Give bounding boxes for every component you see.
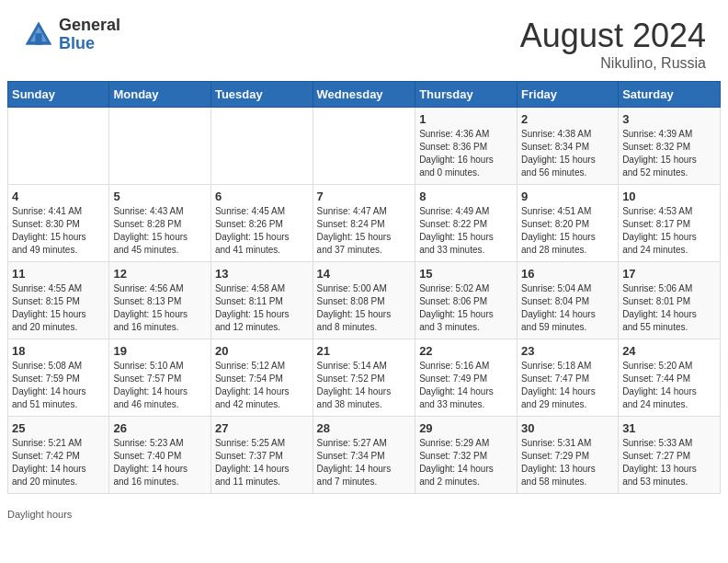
day-info: Sunrise: 4:36 AM Sunset: 8:36 PM Dayligh… <box>419 128 513 179</box>
day-number: 26 <box>113 421 207 435</box>
day-number: 10 <box>622 190 716 203</box>
month-title: August 2024 <box>520 17 706 55</box>
day-number: 5 <box>113 190 207 203</box>
day-number: 15 <box>419 267 513 281</box>
calendar-cell: 27Sunrise: 5:25 AM Sunset: 7:37 PM Dayli… <box>210 417 313 494</box>
calendar-cell: 14Sunrise: 5:00 AM Sunset: 8:08 PM Dayli… <box>313 262 415 339</box>
calendar-cell: 11Sunrise: 4:55 AM Sunset: 8:15 PM Dayli… <box>8 262 109 339</box>
logo-icon <box>22 18 55 52</box>
day-info: Sunrise: 4:47 AM Sunset: 8:24 PM Dayligh… <box>317 205 412 257</box>
day-info: Sunrise: 5:21 AM Sunset: 7:42 PM Dayligh… <box>12 437 105 488</box>
calendar-cell: 29Sunrise: 5:29 AM Sunset: 7:32 PM Dayli… <box>415 417 518 494</box>
day-info: Sunrise: 5:25 AM Sunset: 7:37 PM Dayligh… <box>215 437 309 488</box>
day-number: 29 <box>419 421 513 435</box>
calendar-cell: 24Sunrise: 5:20 AM Sunset: 7:44 PM Dayli… <box>619 339 721 417</box>
calendar-cell: 12Sunrise: 4:56 AM Sunset: 8:13 PM Dayli… <box>109 262 211 339</box>
calendar-cell: 6Sunrise: 4:45 AM Sunset: 8:26 PM Daylig… <box>210 185 313 262</box>
logo-blue: Blue <box>59 35 120 53</box>
calendar-cell: 1Sunrise: 4:36 AM Sunset: 8:36 PM Daylig… <box>415 108 518 185</box>
day-number: 22 <box>419 344 513 358</box>
calendar-cell: 26Sunrise: 5:23 AM Sunset: 7:40 PM Dayli… <box>109 417 211 494</box>
day-info: Sunrise: 5:33 AM Sunset: 7:27 PM Dayligh… <box>622 437 716 488</box>
day-number: 27 <box>215 421 309 435</box>
day-number: 3 <box>622 112 716 126</box>
day-info: Sunrise: 4:56 AM Sunset: 8:13 PM Dayligh… <box>113 282 207 334</box>
day-number: 14 <box>317 267 412 281</box>
day-header-monday: Monday <box>109 82 211 108</box>
svg-rect-2 <box>35 33 41 45</box>
day-number: 17 <box>622 267 716 281</box>
calendar-cell <box>8 108 109 185</box>
day-info: Sunrise: 5:29 AM Sunset: 7:32 PM Dayligh… <box>419 437 513 488</box>
day-number: 21 <box>317 344 412 358</box>
day-number: 19 <box>113 344 207 358</box>
day-info: Sunrise: 5:12 AM Sunset: 7:54 PM Dayligh… <box>215 360 309 411</box>
day-number: 6 <box>215 190 309 203</box>
day-number: 18 <box>12 344 105 358</box>
day-info: Sunrise: 5:06 AM Sunset: 8:01 PM Dayligh… <box>622 282 716 334</box>
calendar-cell: 18Sunrise: 5:08 AM Sunset: 7:59 PM Dayli… <box>8 339 109 417</box>
calendar-cell: 2Sunrise: 4:38 AM Sunset: 8:34 PM Daylig… <box>518 108 619 185</box>
calendar-cell <box>109 108 211 185</box>
day-info: Sunrise: 5:27 AM Sunset: 7:34 PM Dayligh… <box>317 437 412 488</box>
day-info: Sunrise: 5:08 AM Sunset: 7:59 PM Dayligh… <box>12 360 105 411</box>
day-header-friday: Friday <box>518 82 619 108</box>
day-number: 28 <box>317 421 412 435</box>
calendar-cell: 15Sunrise: 5:02 AM Sunset: 8:06 PM Dayli… <box>415 262 518 339</box>
calendar-cell: 19Sunrise: 5:10 AM Sunset: 7:57 PM Dayli… <box>109 339 211 417</box>
day-header-saturday: Saturday <box>619 82 721 108</box>
day-number: 9 <box>521 190 614 203</box>
calendar-cell: 9Sunrise: 4:51 AM Sunset: 8:20 PM Daylig… <box>518 185 619 262</box>
day-info: Sunrise: 5:18 AM Sunset: 7:47 PM Dayligh… <box>521 360 614 411</box>
day-number: 11 <box>12 267 105 281</box>
day-info: Sunrise: 4:53 AM Sunset: 8:17 PM Dayligh… <box>622 205 716 257</box>
day-info: Sunrise: 4:43 AM Sunset: 8:28 PM Dayligh… <box>113 205 207 257</box>
calendar-cell: 13Sunrise: 4:58 AM Sunset: 8:11 PM Dayli… <box>210 262 313 339</box>
calendar-cell: 8Sunrise: 4:49 AM Sunset: 8:22 PM Daylig… <box>415 185 518 262</box>
day-info: Sunrise: 5:23 AM Sunset: 7:40 PM Dayligh… <box>113 437 207 488</box>
day-info: Sunrise: 4:39 AM Sunset: 8:32 PM Dayligh… <box>622 128 716 179</box>
calendar-cell: 10Sunrise: 4:53 AM Sunset: 8:17 PM Dayli… <box>619 185 721 262</box>
day-info: Sunrise: 5:16 AM Sunset: 7:49 PM Dayligh… <box>419 360 513 411</box>
day-info: Sunrise: 4:49 AM Sunset: 8:22 PM Dayligh… <box>419 205 513 257</box>
calendar-cell: 28Sunrise: 5:27 AM Sunset: 7:34 PM Dayli… <box>313 417 415 494</box>
calendar-table: SundayMondayTuesdayWednesdayThursdayFrid… <box>7 81 721 494</box>
calendar-cell: 22Sunrise: 5:16 AM Sunset: 7:49 PM Dayli… <box>415 339 518 417</box>
calendar-cell: 25Sunrise: 5:21 AM Sunset: 7:42 PM Dayli… <box>8 417 109 494</box>
day-info: Sunrise: 5:04 AM Sunset: 8:04 PM Dayligh… <box>521 282 614 334</box>
day-number: 25 <box>12 421 105 435</box>
calendar-cell: 30Sunrise: 5:31 AM Sunset: 7:29 PM Dayli… <box>518 417 619 494</box>
calendar-cell <box>313 108 415 185</box>
day-info: Sunrise: 5:14 AM Sunset: 7:52 PM Dayligh… <box>317 360 412 411</box>
calendar-cell: 20Sunrise: 5:12 AM Sunset: 7:54 PM Dayli… <box>210 339 313 417</box>
day-number: 24 <box>622 344 716 358</box>
footer: Daylight hours <box>0 505 728 527</box>
calendar-cell: 4Sunrise: 4:41 AM Sunset: 8:30 PM Daylig… <box>8 185 109 262</box>
day-number: 1 <box>419 112 513 126</box>
day-number: 31 <box>622 421 716 435</box>
day-info: Sunrise: 4:38 AM Sunset: 8:34 PM Dayligh… <box>521 128 614 179</box>
day-info: Sunrise: 4:45 AM Sunset: 8:26 PM Dayligh… <box>215 205 309 257</box>
calendar-cell: 23Sunrise: 5:18 AM Sunset: 7:47 PM Dayli… <box>518 339 619 417</box>
location: Nikulino, Russia <box>520 55 706 72</box>
logo-general: General <box>59 17 120 35</box>
day-number: 12 <box>113 267 207 281</box>
day-number: 13 <box>215 267 309 281</box>
calendar-cell: 7Sunrise: 4:47 AM Sunset: 8:24 PM Daylig… <box>313 185 415 262</box>
day-number: 4 <box>12 190 105 203</box>
day-info: Sunrise: 4:58 AM Sunset: 8:11 PM Dayligh… <box>215 282 309 334</box>
day-number: 20 <box>215 344 309 358</box>
day-info: Sunrise: 4:41 AM Sunset: 8:30 PM Dayligh… <box>12 205 105 257</box>
day-info: Sunrise: 5:31 AM Sunset: 7:29 PM Dayligh… <box>521 437 614 488</box>
day-header-wednesday: Wednesday <box>313 82 415 108</box>
day-info: Sunrise: 5:00 AM Sunset: 8:08 PM Dayligh… <box>317 282 412 334</box>
calendar-cell <box>210 108 313 185</box>
day-info: Sunrise: 5:10 AM Sunset: 7:57 PM Dayligh… <box>113 360 207 411</box>
calendar-cell: 3Sunrise: 4:39 AM Sunset: 8:32 PM Daylig… <box>619 108 721 185</box>
day-number: 8 <box>419 190 513 203</box>
day-info: Sunrise: 5:02 AM Sunset: 8:06 PM Dayligh… <box>419 282 513 334</box>
header: General Blue August 2024 Nikulino, Russi… <box>0 0 728 81</box>
day-info: Sunrise: 5:20 AM Sunset: 7:44 PM Dayligh… <box>622 360 716 411</box>
day-number: 2 <box>521 112 614 126</box>
day-number: 16 <box>521 267 614 281</box>
